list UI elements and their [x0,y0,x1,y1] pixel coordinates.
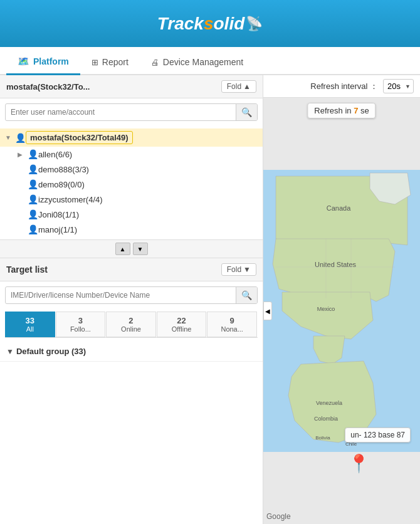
device-icon: 🖨 [151,58,159,67]
svg-text:Mexico: Mexico [317,306,335,312]
tree-root-user-icon: 👤 [15,133,26,143]
tree-item-izzy[interactable]: 👤 izzycustomer(4/4) [13,192,263,207]
tree-item-allen-toggle: ▶ [18,151,28,158]
tab-platform-label: Platform [33,56,69,66]
google-watermark: Google [266,512,291,521]
tree-item-izzy-icon: 👤 [28,194,38,204]
tree-item-joni-label: Joni08(1/1) [38,210,79,219]
map-pin: 📍 [348,453,370,474]
tab-all-count: 33 [8,316,52,325]
tab-device-management[interactable]: 🖨 Device Management [140,51,255,75]
main-layout: mostafa(Stock32/To... Fold ▲ 🔍 ▼ 👤 [0,75,420,524]
tree-item-izzy-label: izzycustomer(4/4) [38,195,103,204]
nav-tabs: 🗺️ Platform ⊞ Report 🖨 Device Management [0,47,420,75]
tree-item-demo888-icon: 👤 [28,164,38,174]
tab-noname-label: Nona... [210,325,254,333]
tree-item-demo888[interactable]: 👤 demo888(3/3) [13,162,263,177]
tab-report[interactable]: ⊞ Report [80,51,140,75]
logo-container: Tracksolid 📡 [157,14,263,34]
svg-text:Canada: Canada [327,204,351,212]
account-search-button[interactable]: 🔍 [236,104,257,120]
refresh-label: Refresh interval ： [310,81,378,92]
tab-online-count: 2 [109,316,153,325]
tree-item-allen[interactable]: ▶ 👤 allen(6/6) [13,147,263,162]
tree-children: ▶ 👤 allen(6/6) 👤 demo888(3/3) 👤 d [0,147,263,237]
tab-offline-label: Offline [160,325,204,333]
tab-noname-count: 9 [210,316,254,325]
tab-online[interactable]: 2 Online [106,312,156,337]
tree-item-allen-label: allen(6/6) [38,150,72,159]
fold-label: Fold [227,82,241,91]
target-fold-down-icon: ▼ [243,265,251,274]
account-search-input[interactable] [6,105,236,120]
target-search-input[interactable] [6,288,236,303]
account-search-box: 🔍 [5,103,258,121]
refresh-countdown-badge: Refresh in 7 se [307,103,375,118]
panel-collapse-button[interactable]: ◀ [263,301,272,320]
map-icon: 🗺️ [18,56,29,67]
svg-text:United States: United States [315,261,357,268]
target-section-title: Target list [6,265,48,275]
tab-noname[interactable]: 9 Nona... [207,312,257,337]
tab-online-label: Online [109,325,153,333]
logo-text: Tracksolid [157,14,245,34]
logo-highlight: s [204,14,214,33]
tree-root-label: mostafa(Stock32/Total49) [26,131,133,144]
tree-item-demo89-icon: 👤 [28,179,38,189]
logo-signal-icon: 📡 [246,16,263,32]
svg-text:Venezuela: Venezuela [316,400,342,406]
tab-device-label: Device Management [163,57,243,67]
tree-item-allen-icon: 👤 [28,149,38,159]
svg-text:Bolivia: Bolivia [315,435,330,441]
map-tooltip-text: un- 123 base 87 [350,431,405,439]
refresh-select-wrapper: 5s 10s 20s 30s 60s [383,79,414,93]
tree-item-joni-icon: 👤 [28,209,38,219]
default-group-item[interactable]: ▼ Default group (33) [0,342,263,362]
search-icon: 🔍 [241,107,252,117]
tree-item-joni[interactable]: 👤 Joni08(1/1) [13,207,263,222]
tab-offline-count: 22 [160,316,204,325]
tree-item-manoj[interactable]: 👤 manoj(1/1) [13,222,263,237]
tree-item-manoj-label: manoj(1/1) [38,225,77,234]
scroll-up-button[interactable]: ▲ [115,243,130,255]
group-toggle-icon: ▼ [6,347,14,356]
target-search-button[interactable]: 🔍 [236,287,257,303]
target-fold-label: Fold [227,265,241,274]
target-search-box: 🔍 [5,286,258,304]
tab-following[interactable]: 3 Follo... [56,312,106,337]
tree-root-item[interactable]: ▼ 👤 mostafa(Stock32/Total49) [0,128,263,147]
map-svg: Canada United States Mexico Venezuela Co… [263,98,420,524]
refresh-countdown-suffix: se [358,106,369,115]
tab-all-label: All [8,325,52,333]
account-section-header: mostafa(Stock32/To... Fold ▲ [0,75,263,98]
tree-item-manoj-icon: 👤 [28,224,38,234]
tab-following-label: Follo... [59,325,103,333]
account-tree: ▼ 👤 mostafa(Stock32/Total49) ▶ 👤 allen(6… [0,126,263,239]
tab-platform[interactable]: 🗺️ Platform [6,50,80,75]
tree-root-toggle: ▼ [5,134,15,141]
svg-text:Colombia: Colombia [314,416,338,422]
scroll-down-button[interactable]: ▼ [133,243,148,255]
fold-up-icon: ▲ [243,82,251,91]
refresh-interval-select[interactable]: 5s 10s 20s 30s 60s [383,79,414,93]
account-fold-button[interactable]: Fold ▲ [221,80,256,93]
group-label: Default group (33) [16,347,86,356]
map-tooltip: un- 123 base 87 [345,427,411,443]
tree-item-demo888-label: demo888(3/3) [38,165,89,174]
account-section: mostafa(Stock32/To... Fold ▲ 🔍 ▼ 👤 [0,75,263,258]
map-toolbar: Refresh interval ： 5s 10s 20s 30s 60s [263,75,420,98]
target-fold-button[interactable]: Fold ▼ [221,263,256,276]
tree-item-demo89[interactable]: 👤 demo89(0/0) [13,177,263,192]
tab-offline[interactable]: 22 Offline [157,312,207,337]
map-area: Canada United States Mexico Venezuela Co… [263,98,420,524]
tab-following-count: 3 [59,316,103,325]
target-section-header: Target list Fold ▼ [0,258,263,281]
left-panel: mostafa(Stock32/To... Fold ▲ 🔍 ▼ 👤 [0,75,263,524]
tab-report-label: Report [102,57,129,67]
tree-item-demo89-label: demo89(0/0) [38,180,85,189]
right-panel: Refresh interval ： 5s 10s 20s 30s 60s [263,75,420,524]
report-icon: ⊞ [92,58,98,67]
tab-all[interactable]: 33 All [5,312,55,337]
scroll-arrows: ▲ ▼ [115,243,148,255]
target-search-icon: 🔍 [241,290,252,300]
